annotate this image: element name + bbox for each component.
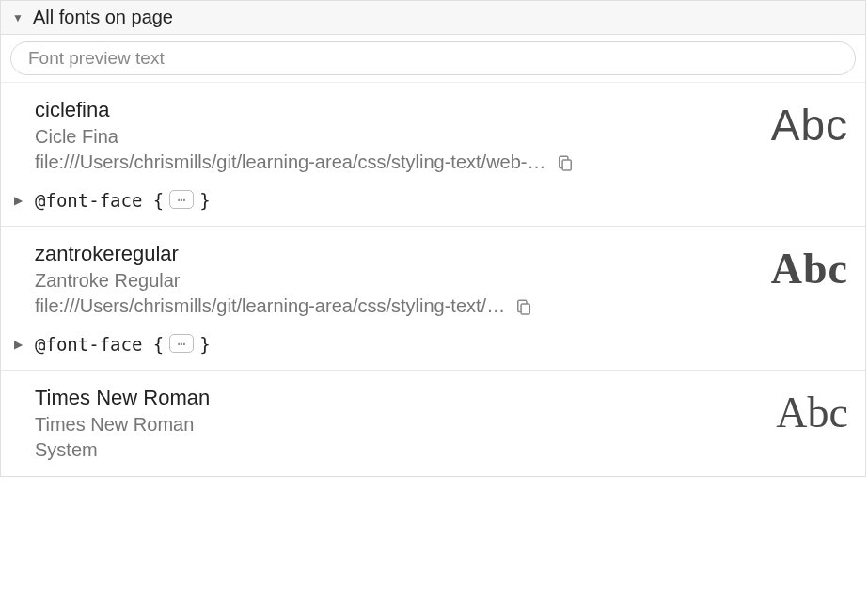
font-preview-sample: Abc bbox=[758, 98, 848, 147]
expand-icon[interactable]: ▶ bbox=[14, 194, 27, 207]
font-meta: zantrokeregular Zantroke Regular file://… bbox=[35, 242, 758, 317]
font-list: ciclefina Cicle Fina file:///Users/chris… bbox=[1, 83, 865, 476]
font-name: ciclefina bbox=[35, 98, 758, 122]
font-url: file:///Users/chrismills/git/learning-ar… bbox=[35, 151, 546, 173]
code-prefix: @font-face { bbox=[35, 334, 164, 355]
font-url-row: file:///Users/chrismills/git/learning-ar… bbox=[35, 295, 758, 317]
panel-header[interactable]: ▼ All fonts on page bbox=[1, 1, 865, 35]
copy-url-icon[interactable] bbox=[514, 297, 533, 316]
font-item-top: ciclefina Cicle Fina file:///Users/chris… bbox=[35, 98, 848, 173]
font-preview-sample: Abc bbox=[763, 386, 848, 435]
font-url-row: file:///Users/chrismills/git/learning-ar… bbox=[35, 151, 758, 173]
collapsed-ellipsis-icon[interactable]: ⋯ bbox=[169, 190, 194, 209]
font-item: ciclefina Cicle Fina file:///Users/chris… bbox=[1, 83, 865, 227]
font-face-code: @font-face { ⋯ } bbox=[35, 190, 211, 211]
font-source: System bbox=[35, 439, 763, 461]
font-item: Times New Roman Times New Roman System A… bbox=[1, 371, 865, 476]
font-item-top: Times New Roman Times New Roman System A… bbox=[35, 386, 848, 461]
font-full-name: Cicle Fina bbox=[35, 126, 758, 148]
font-face-rule[interactable]: ▶ @font-face { ⋯ } bbox=[14, 190, 848, 211]
font-full-name: Times New Roman bbox=[35, 414, 763, 436]
font-preview-sample: Abc bbox=[758, 242, 848, 291]
font-item-top: zantrokeregular Zantroke Regular file://… bbox=[35, 242, 848, 317]
code-suffix: } bbox=[199, 190, 210, 211]
font-url: file:///Users/chrismills/git/learning-ar… bbox=[35, 295, 505, 317]
expand-icon[interactable]: ▶ bbox=[14, 338, 27, 351]
font-face-rule[interactable]: ▶ @font-face { ⋯ } bbox=[14, 334, 848, 355]
fonts-panel: ▼ All fonts on page ciclefina Cicle Fina… bbox=[0, 0, 866, 477]
panel-title: All fonts on page bbox=[33, 7, 173, 28]
font-full-name: Zantroke Regular bbox=[35, 270, 758, 292]
search-container bbox=[1, 35, 865, 83]
code-prefix: @font-face { bbox=[35, 190, 164, 211]
svg-rect-1 bbox=[521, 304, 529, 314]
code-suffix: } bbox=[199, 334, 210, 355]
collapse-icon[interactable]: ▼ bbox=[12, 11, 25, 24]
font-item: zantrokeregular Zantroke Regular file://… bbox=[1, 227, 865, 371]
copy-url-icon[interactable] bbox=[556, 153, 575, 172]
font-meta: ciclefina Cicle Fina file:///Users/chris… bbox=[35, 98, 758, 173]
font-face-code: @font-face { ⋯ } bbox=[35, 334, 211, 355]
font-name: zantrokeregular bbox=[35, 242, 758, 266]
svg-rect-0 bbox=[562, 160, 571, 170]
collapsed-ellipsis-icon[interactable]: ⋯ bbox=[169, 334, 194, 353]
font-name: Times New Roman bbox=[35, 386, 763, 410]
font-preview-input[interactable] bbox=[10, 41, 856, 75]
font-meta: Times New Roman Times New Roman System bbox=[35, 386, 763, 461]
